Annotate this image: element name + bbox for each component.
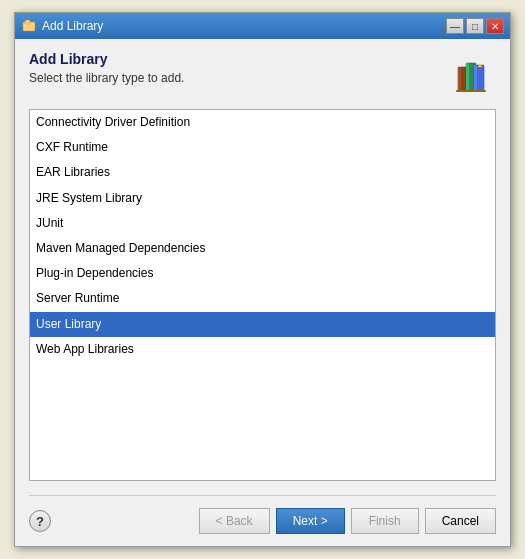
close-button[interactable]: ✕ — [486, 18, 504, 34]
list-item[interactable]: JUnit — [30, 211, 495, 236]
footer-buttons: < Back Next > Finish Cancel — [199, 508, 496, 534]
library-type-list[interactable]: Connectivity Driver Definition CXF Runti… — [29, 109, 496, 481]
list-item[interactable]: Connectivity Driver Definition — [30, 110, 495, 135]
list-item[interactable]: EAR Libraries — [30, 160, 495, 185]
title-bar: Add Library — □ ✕ — [15, 13, 510, 39]
footer-left: ? — [29, 510, 51, 532]
help-button[interactable]: ? — [29, 510, 51, 532]
list-item-selected[interactable]: User Library — [30, 312, 495, 337]
list-item[interactable]: Maven Managed Dependencies — [30, 236, 495, 261]
svg-rect-5 — [466, 63, 469, 91]
content-area: Add Library Select the library type to a… — [15, 39, 510, 546]
maximize-button[interactable]: □ — [466, 18, 484, 34]
add-library-window: Add Library — □ ✕ Add Library Select the… — [14, 12, 511, 547]
next-button[interactable]: Next > — [276, 508, 345, 534]
svg-rect-9 — [456, 90, 486, 92]
list-item[interactable]: Server Runtime — [30, 286, 495, 311]
cancel-button[interactable]: Cancel — [425, 508, 496, 534]
finish-button[interactable]: Finish — [351, 508, 419, 534]
separator — [29, 495, 496, 496]
header-section: Add Library Select the library type to a… — [29, 51, 496, 99]
list-item[interactable]: JRE System Library — [30, 186, 495, 211]
window-icon — [21, 18, 37, 34]
window-title: Add Library — [42, 19, 103, 33]
svg-rect-7 — [474, 65, 477, 91]
list-item[interactable]: CXF Runtime — [30, 135, 495, 160]
list-item[interactable]: Plug-in Dependencies — [30, 261, 495, 286]
minimize-button[interactable]: — — [446, 18, 464, 34]
library-icon — [448, 51, 496, 99]
title-bar-left: Add Library — [21, 18, 103, 34]
svg-rect-3 — [458, 67, 461, 91]
title-controls: — □ ✕ — [446, 18, 504, 34]
footer: ? < Back Next > Finish Cancel — [29, 502, 496, 538]
list-item[interactable]: Web App Libraries — [30, 337, 495, 362]
dialog-title: Add Library — [29, 51, 448, 67]
back-button[interactable]: < Back — [199, 508, 270, 534]
dialog-subtitle: Select the library type to add. — [29, 71, 448, 85]
header-text: Add Library Select the library type to a… — [29, 51, 448, 85]
svg-rect-1 — [25, 20, 30, 24]
